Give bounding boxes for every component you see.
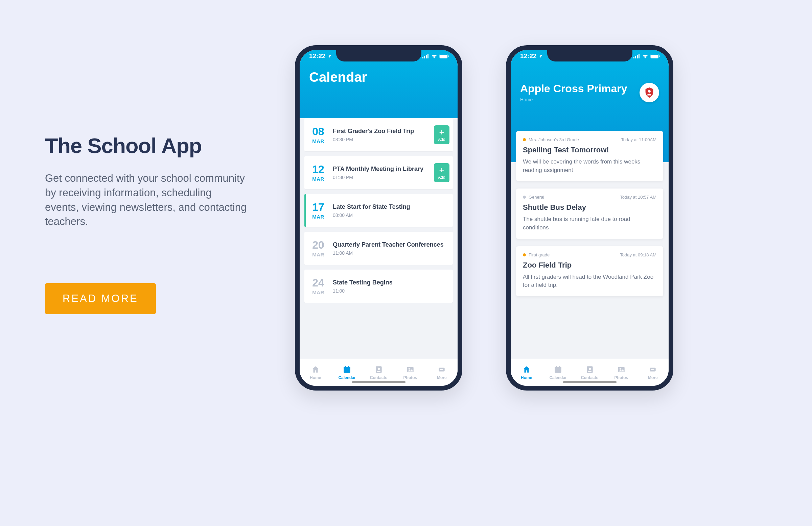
calendar-event-card[interactable]: 17MARLate Start for State Testing08:00 A…	[304, 194, 453, 227]
calendar-icon	[343, 365, 351, 374]
svg-rect-2	[426, 55, 427, 58]
calendar-event-card[interactable]: 24MARState Testing Begins11:00	[304, 270, 453, 303]
status-time: 12:22	[520, 52, 543, 60]
event-date: 12MAR	[304, 156, 332, 189]
tab-more[interactable]: More	[426, 359, 458, 386]
battery-icon	[650, 54, 660, 58]
calendar-event-card[interactable]: 12MARPTA Monthly Meeting in Library01:30…	[304, 156, 453, 189]
calendar-event-card[interactable]: 08MARFirst Grader's Zoo Field Trip03:30 …	[304, 118, 453, 151]
feed-post[interactable]: First gradeToday at 09:18 AMZoo Field Tr…	[516, 246, 663, 296]
post-body: We will be covering the words from this …	[523, 158, 656, 174]
tab-label: Photos	[614, 375, 628, 380]
phone-mockup-home: 12:22 Apple Cross Primary Home Mrs. John…	[506, 45, 673, 391]
tab-label: Calendar	[338, 375, 356, 380]
event-time: 11:00 AM	[333, 250, 450, 256]
post-timestamp: Today at 11:00AM	[621, 137, 656, 142]
tab-label: Home	[521, 375, 532, 380]
event-month: MAR	[312, 214, 324, 220]
calendar-event-card[interactable]: 20MARQuarterly Parent Teacher Conference…	[304, 232, 453, 265]
event-title: PTA Monthly Meeting in Library	[333, 165, 431, 173]
svg-rect-22	[637, 55, 638, 58]
school-name: Apple Cross Primary	[520, 82, 627, 95]
tab-label: Photos	[404, 375, 417, 380]
contacts-icon	[374, 365, 383, 374]
svg-rect-0	[422, 57, 423, 58]
event-day: 24	[312, 277, 324, 288]
home-indicator	[352, 381, 406, 383]
svg-rect-25	[651, 55, 658, 58]
add-event-button[interactable]: +Add	[434, 163, 449, 182]
event-date: 17MAR	[304, 194, 332, 227]
post-timestamp: Today at 10:57 AM	[620, 195, 656, 200]
svg-rect-31	[559, 366, 560, 367]
hero-description: Get connected with your school community…	[45, 171, 248, 229]
post-meta: GeneralToday at 10:57 AM	[523, 195, 656, 200]
phone-mockup-calendar: 12:22 Calendar 08MARFirst Grader's Zoo F…	[295, 45, 462, 391]
location-arrow-icon	[328, 54, 332, 58]
tab-label: More	[437, 375, 447, 380]
event-time: 01:30 PM	[333, 175, 431, 180]
svg-rect-5	[440, 55, 447, 58]
plus-icon: +	[439, 166, 444, 174]
home-icon	[311, 365, 320, 374]
svg-rect-20	[634, 57, 635, 58]
feed-post[interactable]: GeneralToday at 10:57 AMShuttle Bus Dela…	[516, 189, 663, 239]
breadcrumb: Home	[520, 97, 627, 102]
svg-rect-23	[638, 54, 639, 58]
post-meta: First gradeToday at 09:18 AM	[523, 252, 656, 257]
school-logo[interactable]	[639, 83, 659, 102]
event-title: Late Start for State Testing	[333, 203, 450, 211]
event-main: PTA Monthly Meeting in Library01:30 PM	[332, 156, 434, 189]
tab-label: Contacts	[581, 375, 598, 380]
event-day: 08	[312, 126, 324, 137]
category-dot-icon	[523, 196, 526, 199]
signal-icon	[422, 54, 429, 58]
feed-post[interactable]: Mrs. Johnson's 3rd GradeToday at 11:00AM…	[516, 131, 663, 181]
svg-point-13	[377, 367, 380, 370]
post-title: Shuttle Bus Delay	[523, 203, 656, 212]
battery-icon	[439, 54, 449, 58]
home-indicator	[563, 381, 617, 383]
tab-more[interactable]: More	[637, 359, 669, 386]
event-title: Quarterly Parent Teacher Conferences	[333, 241, 450, 249]
plus-icon: +	[439, 128, 444, 136]
tab-home[interactable]: Home	[511, 359, 542, 386]
photos-icon	[617, 365, 626, 374]
svg-rect-1	[424, 56, 425, 58]
calendar-icon	[554, 365, 562, 374]
svg-rect-3	[427, 54, 429, 58]
svg-rect-30	[556, 366, 557, 367]
event-time: 03:30 PM	[333, 137, 431, 142]
svg-point-39	[652, 369, 653, 370]
hero-title: The School App	[45, 133, 248, 158]
hero-section: The School App Get connected with your s…	[45, 133, 248, 314]
event-main: First Grader's Zoo Field Trip03:30 PM	[332, 118, 434, 151]
tab-label: More	[648, 375, 658, 380]
contacts-icon	[585, 365, 594, 374]
read-more-button[interactable]: READ MORE	[45, 283, 156, 314]
post-meta: Mrs. Johnson's 3rd GradeToday at 11:00AM	[523, 137, 656, 142]
svg-point-18	[441, 369, 443, 370]
phone-notch	[336, 49, 421, 61]
svg-point-17	[440, 369, 441, 370]
svg-point-38	[651, 369, 652, 370]
post-title: Spelling Test Tomorrow!	[523, 146, 656, 154]
post-body: All first graders will head to the Woodl…	[523, 273, 656, 289]
add-event-button[interactable]: +Add	[434, 125, 449, 144]
svg-point-27	[648, 90, 651, 93]
event-main: Late Start for State Testing08:00 AM	[332, 194, 453, 227]
photos-icon	[406, 365, 415, 374]
status-icons	[422, 54, 449, 58]
svg-point-19	[443, 369, 444, 370]
svg-point-40	[653, 369, 654, 370]
event-title: State Testing Begins	[333, 279, 450, 286]
event-title: First Grader's Zoo Field Trip	[333, 127, 431, 135]
event-main: State Testing Begins11:00	[332, 270, 453, 303]
status-time-text: 12:22	[520, 52, 537, 60]
wifi-icon	[642, 54, 648, 58]
location-arrow-icon	[538, 54, 543, 58]
more-icon	[648, 365, 657, 374]
post-timestamp: Today at 09:18 AM	[620, 252, 656, 257]
category-dot-icon	[523, 138, 526, 141]
tab-home[interactable]: Home	[300, 359, 331, 386]
